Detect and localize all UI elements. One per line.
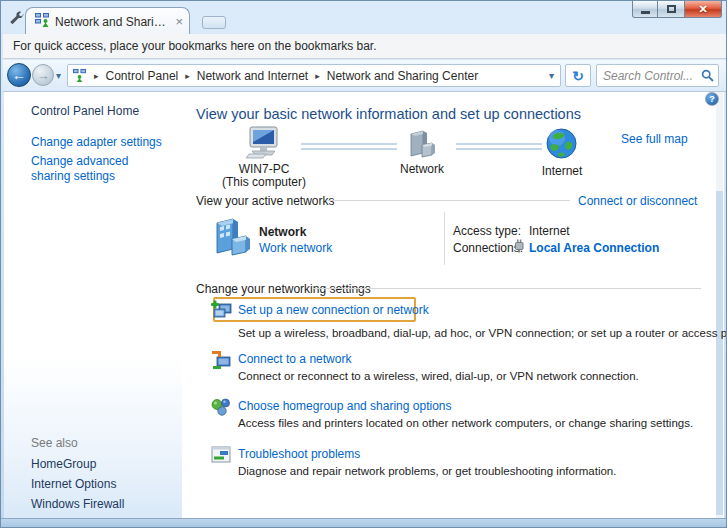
address-network-icon (72, 68, 87, 83)
connect-network-icon (210, 349, 232, 375)
history-dropdown-icon[interactable]: ▾ (56, 70, 61, 81)
scrollbar-thumb[interactable] (716, 191, 723, 515)
forward-arrow-icon: → (37, 68, 50, 83)
crumb-separator-icon: ▸ (310, 71, 325, 81)
sidebar-item-homegroup[interactable]: HomeGroup (31, 457, 96, 471)
network-sharing-center-icon (34, 12, 50, 32)
section-rule (313, 288, 701, 289)
crumb-separator-icon: ▸ (180, 71, 195, 81)
page-title: View your basic network information and … (196, 107, 581, 121)
computer-icon (243, 126, 283, 166)
map-pc-sub: (This computer) (214, 175, 314, 189)
close-icon: ✕ (698, 3, 707, 16)
connect-or-disconnect-link[interactable]: Connect or disconnect (578, 194, 697, 208)
access-type-label: Access type: (453, 224, 521, 238)
active-network-icon (210, 215, 254, 263)
networking-settings-header: Change your networking settings (196, 282, 371, 296)
crumb-separator-icon: ▸ (89, 71, 104, 81)
active-network-name: Network (259, 225, 306, 239)
network-map-icon (406, 128, 438, 164)
sidebar-item-control-panel-home[interactable]: Control Panel Home (31, 104, 139, 118)
sidebar-item-internet-options[interactable]: Internet Options (31, 477, 116, 491)
new-tab-button[interactable] (202, 16, 226, 29)
troubleshoot-problems-link[interactable]: Troubleshoot problems (238, 447, 360, 461)
window: Network and Sharing Center × ✕ For quick… (0, 0, 727, 528)
refresh-icon: ↻ (572, 68, 584, 84)
back-button[interactable]: ← (7, 63, 31, 87)
local-area-connection-link[interactable]: Local Area Connection (529, 241, 659, 255)
see-also-header: See also (31, 436, 78, 450)
homegroup-options-desc: Access files and printers located on oth… (238, 416, 693, 430)
setup-new-connection-desc: Set up a wireless, broadband, dial-up, a… (238, 326, 727, 340)
breadcrumb[interactable]: ▸ Control Panel ▸ Network and Internet ▸… (67, 64, 561, 87)
window-controls: ✕ (632, 1, 722, 18)
tab-bar: Network and Sharing Center × ✕ (1, 1, 727, 34)
window-bottom-frame (1, 518, 727, 528)
maximize-icon (667, 5, 676, 13)
troubleshoot-problems-desc: Diagnose and repair network problems, or… (238, 464, 616, 478)
work-network-link[interactable]: Work network (259, 241, 332, 255)
internet-globe-icon (545, 127, 578, 164)
sidebar-item-change-adapter-settings[interactable]: Change adapter settings (31, 135, 162, 149)
nic-plug-icon (513, 239, 525, 257)
active-network-divider (444, 212, 445, 265)
homegroup-options-link[interactable]: Choose homegroup and sharing options (238, 399, 451, 413)
tab-title: Network and Sharing Center (55, 15, 170, 29)
wrench-icon[interactable] (9, 11, 25, 27)
connect-to-network-link[interactable]: Connect to a network (238, 352, 351, 366)
navigation-bar: ← → ▾ ▸ Control Panel ▸ Network and Inte… (3, 60, 726, 92)
new-connection-icon (210, 299, 232, 325)
sidebar-item-windows-firewall[interactable]: Windows Firewall (31, 497, 124, 511)
address-dropdown-icon[interactable]: ▾ (549, 70, 556, 81)
maximize-button[interactable] (658, 1, 684, 18)
refresh-button[interactable]: ↻ (565, 64, 591, 87)
crumb-network-and-sharing-center[interactable]: Network and Sharing Center (327, 69, 478, 83)
crumb-network-and-internet[interactable]: Network and Internet (197, 69, 308, 83)
section-rule (328, 200, 570, 201)
see-full-map-link[interactable]: See full map (621, 132, 688, 146)
minimize-icon (641, 11, 650, 14)
map-pc-name: WIN7-PC (224, 162, 304, 176)
search-box[interactable] (596, 64, 719, 87)
minimize-button[interactable] (632, 1, 658, 18)
active-networks-header: View your active networks (196, 194, 335, 208)
scrollbar-track[interactable] (716, 92, 723, 518)
map-internet-label: Internet (531, 164, 593, 178)
search-input[interactable] (603, 69, 701, 83)
map-network-label: Network (391, 162, 453, 176)
setup-new-connection-link[interactable]: Set up a new connection or network (238, 303, 429, 317)
bookmarks-hint-text: For quick access, place your bookmarks h… (13, 39, 377, 53)
forward-button[interactable]: → (32, 64, 54, 86)
back-arrow-icon: ← (12, 67, 26, 83)
crumb-control-panel[interactable]: Control Panel (106, 69, 179, 83)
connect-to-network-desc: Connect or reconnect to a wireless, wire… (238, 369, 639, 383)
browser-tab[interactable]: Network and Sharing Center × (25, 7, 190, 35)
homegroup-icon (210, 396, 232, 422)
access-type-value: Internet (529, 224, 570, 238)
help-icon[interactable]: ? (705, 92, 719, 106)
bookmarks-bar: For quick access, place your bookmarks h… (3, 34, 726, 59)
sidebar-item-change-advanced-sharing[interactable]: Change advanced sharing settings (31, 154, 171, 184)
map-link-line (456, 143, 542, 150)
search-icon[interactable] (701, 69, 714, 82)
tab-close-icon[interactable]: × (175, 15, 183, 28)
troubleshoot-icon (210, 444, 232, 470)
map-link-line (301, 143, 397, 150)
close-button[interactable]: ✕ (684, 1, 722, 18)
